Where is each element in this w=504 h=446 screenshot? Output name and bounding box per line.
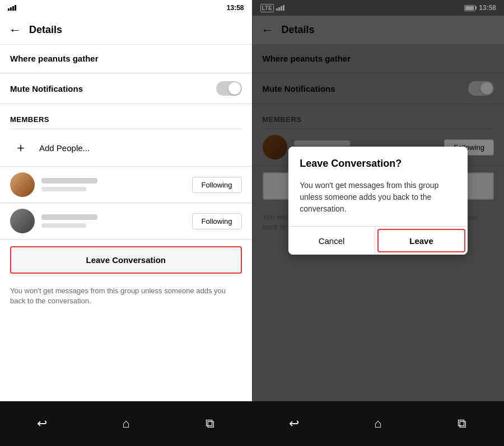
left-screen: 13:58 ← Details Where peanuts gather Mut… (0, 0, 252, 401)
signal-icon-left (8, 5, 16, 11)
leave-conversation-button[interactable]: Leave Conversation (10, 246, 242, 274)
nav-recent-left[interactable]: ⧉ (199, 416, 221, 431)
add-people-row[interactable]: ＋ Add People... (0, 129, 252, 167)
avatar-1 (10, 172, 35, 197)
header-left: ← Details (0, 16, 252, 45)
members-title: MEMBERS (10, 115, 49, 124)
dialog-leave-button[interactable]: Leave (377, 229, 466, 252)
member-handle-2 (41, 223, 86, 228)
dialog-overlay: Leave Conversation? You won't get messag… (253, 0, 505, 401)
following-btn-1[interactable]: Following (192, 177, 242, 193)
member-handle-1 (41, 187, 86, 191)
nav-home-left[interactable]: ⌂ (115, 416, 137, 431)
nav-back-left[interactable]: ↩ (31, 416, 53, 431)
nav-recent-right[interactable]: ⧉ (451, 416, 473, 431)
back-button-left[interactable]: ← (9, 23, 21, 37)
member-name-2 (41, 214, 97, 220)
status-bar-left: 13:58 (0, 0, 252, 16)
dialog-actions: Cancel Leave (288, 227, 468, 255)
nav-bar: ↩ ⌂ ⧉ ↩ ⌂ ⧉ (0, 401, 504, 446)
right-screen: LTE 13:58 (253, 0, 505, 401)
members-header: MEMBERS (0, 104, 252, 129)
dialog-cancel-button[interactable]: Cancel (288, 227, 375, 255)
leave-row: Leave Conversation (0, 246, 252, 274)
leave-dialog: Leave Conversation? You won't get messag… (288, 147, 468, 255)
avatar-2 (10, 209, 35, 233)
member-row-1: Following (0, 167, 252, 203)
time-left: 13:58 (227, 4, 244, 12)
leave-note: You won't get messages from this group u… (0, 280, 252, 315)
content-left: Where peanuts gather Mute Notifications … (0, 45, 252, 401)
add-people-icon: ＋ (10, 137, 31, 158)
member-row-2: Following (0, 203, 252, 240)
following-btn-2[interactable]: Following (192, 213, 242, 229)
member-name-1 (41, 178, 97, 184)
mute-label: Mute Notifications (10, 84, 83, 93)
nav-back-right[interactable]: ↩ (283, 416, 305, 431)
mute-row: Mute Notifications (0, 73, 252, 104)
group-name: Where peanuts gather (10, 54, 99, 63)
dialog-body: You won't get messages from this group u… (288, 175, 468, 226)
mute-toggle[interactable] (216, 81, 242, 96)
dialog-title: Leave Conversation? (288, 147, 468, 175)
group-name-row: Where peanuts gather (0, 45, 252, 73)
page-title-left: Details (29, 24, 62, 36)
add-people-label: Add People... (39, 143, 90, 153)
nav-home-right[interactable]: ⌂ (367, 416, 389, 431)
